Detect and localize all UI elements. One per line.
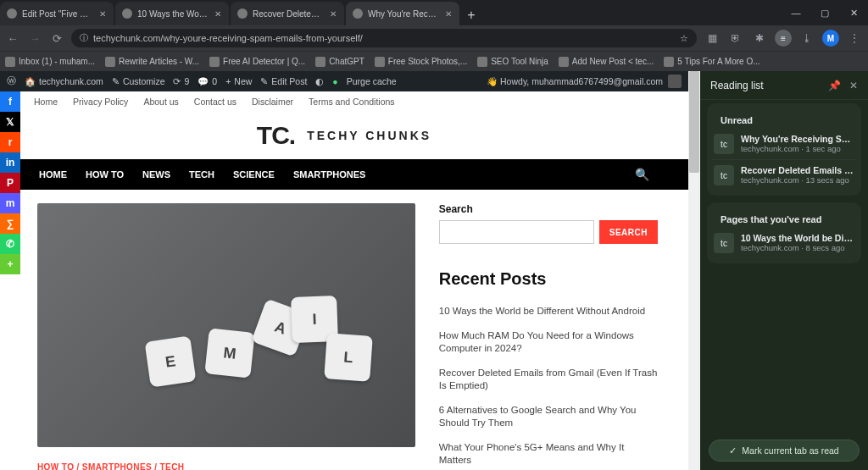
mainnav-link[interactable]: SMARTPHONES	[293, 169, 366, 180]
extension-icon[interactable]: ▦	[704, 30, 721, 47]
profile-avatar[interactable]: M	[822, 30, 839, 47]
wp-comments[interactable]: 💬 0	[198, 76, 217, 87]
site-info-icon[interactable]: ⓘ	[80, 32, 88, 44]
reading-list-panel: Reading list 📌 ✕ Unread tcWhy You're Rec…	[700, 71, 868, 470]
unread-heading: Unread	[712, 108, 856, 129]
browser-tabstrip: Edit Post "Five Ways To Organi...✕10 Way…	[0, 0, 868, 25]
bookmark-item[interactable]: SEO Tool Ninja	[477, 57, 548, 67]
wp-howdy[interactable]: 👋 Howdy, muhammad6767499@gmail.com	[487, 76, 663, 87]
minimize-button[interactable]: —	[782, 0, 810, 25]
readinglist-title: Recover Deleted Emails from Gmail (Even …	[741, 165, 854, 175]
topnav-link[interactable]: Terms and Conditions	[309, 97, 395, 107]
bookmark-favicon	[5, 57, 15, 67]
bookmark-item[interactable]: Add New Post < tec...	[559, 57, 654, 67]
bookmark-item[interactable]: Rewrite Articles - W...	[105, 57, 199, 67]
recent-posts-list: 10 Ways the World be Different Without A…	[439, 299, 658, 470]
check-icon: ✓	[729, 445, 737, 456]
forward-button[interactable]: →	[27, 30, 42, 46]
maximize-button[interactable]: ▢	[810, 0, 839, 25]
close-tab-icon[interactable]: ✕	[444, 9, 453, 19]
close-tab-icon[interactable]: ✕	[214, 9, 222, 19]
readinglist-item[interactable]: tc10 Ways the World be Different Without…	[712, 228, 856, 258]
share-button[interactable]: ∑	[0, 213, 20, 234]
menu-icon[interactable]: ⋮	[846, 30, 863, 47]
browser-tab[interactable]: Edit Post "Five Ways To Organi...✕	[0, 2, 114, 25]
search-input[interactable]	[439, 220, 594, 244]
mainnav-link[interactable]: NEWS	[142, 169, 170, 180]
browser-tab[interactable]: Why You're Receiving Spam Em...✕	[346, 2, 459, 25]
topnav-link[interactable]: About us	[143, 97, 178, 107]
site-logo[interactable]: TC.	[257, 121, 295, 150]
reload-button[interactable]: ⟳	[49, 30, 64, 46]
mark-as-read-button[interactable]: ✓ Mark current tab as read	[709, 440, 860, 462]
browser-toolbar: ← → ⟳ ⓘ techychunk.com/why-youre-receivi…	[0, 25, 868, 51]
site-brand-text: TECHY CHUNKS	[307, 129, 431, 142]
readinglist-title: 10 Ways the World be Different Without A…	[741, 233, 854, 243]
readinglist-icon[interactable]: ≡	[775, 30, 792, 47]
close-tab-icon[interactable]: ✕	[98, 9, 107, 19]
wp-updates[interactable]: ⟳ 9	[173, 76, 189, 86]
topnav-link[interactable]: Privacy Policy	[73, 97, 128, 107]
pin-icon[interactable]: 📌	[828, 80, 841, 91]
browser-tab[interactable]: Recover Deleted Emails from G...✕	[231, 2, 344, 25]
recent-post-link[interactable]: 10 Ways the World be Different Without A…	[439, 299, 658, 323]
share-button[interactable]: m	[0, 193, 20, 213]
recent-post-link[interactable]: How Much RAM Do You Need for a Windows C…	[439, 323, 658, 361]
recent-post-link[interactable]: 6 Alternatives to Google Search and Why …	[439, 398, 658, 435]
bookmark-item[interactable]: 5 Tips For A More O...	[664, 57, 760, 67]
wp-customize[interactable]: ✎ Customize	[112, 76, 165, 86]
mainnav-link[interactable]: TECH	[189, 169, 214, 180]
tab-title: 10 Ways the World be Differen...	[137, 9, 209, 19]
scrollbar-thumb[interactable]	[689, 71, 699, 173]
share-button[interactable]: P	[0, 173, 20, 193]
recent-post-link[interactable]: Recover Deleted Emails from Gmail (Even …	[439, 361, 658, 398]
breadcrumb[interactable]: HOW TO / SMARTPHONES / TECH	[37, 462, 415, 470]
search-button[interactable]: SEARCH	[599, 220, 658, 244]
wp-new[interactable]: + New	[225, 76, 252, 86]
readinglist-item[interactable]: tcWhy You're Receiving Spam Emails from …	[712, 129, 856, 159]
readinglist-item[interactable]: tcRecover Deleted Emails from Gmail (Eve…	[712, 159, 856, 191]
browser-tab[interactable]: 10 Ways the World be Differen...✕	[115, 2, 229, 25]
share-button[interactable]: in	[0, 152, 20, 173]
topnav-link[interactable]: Contact us	[194, 97, 236, 107]
wp-avatar[interactable]	[668, 75, 682, 88]
site-header: TC. TECHY CHUNKS	[0, 112, 688, 159]
downloads-icon[interactable]: ⭳	[798, 30, 815, 47]
wp-cache-icon[interactable]: ◐	[315, 76, 324, 86]
close-button[interactable]: ✕	[839, 0, 868, 25]
bookmark-item[interactable]: Free Stock Photos,...	[375, 57, 467, 67]
bookmark-item[interactable]: Free AI Detector | Q...	[209, 57, 305, 67]
wp-logo-icon[interactable]: ⓦ	[7, 75, 16, 87]
nav-search-icon[interactable]: 🔍	[635, 168, 649, 181]
address-bar[interactable]: ⓘ techychunk.com/why-youre-receiving-spa…	[71, 29, 697, 47]
newtab-button[interactable]: +	[461, 5, 481, 25]
bookmark-item[interactable]: ChatGPT	[315, 57, 364, 67]
share-button[interactable]: ✆	[0, 234, 20, 254]
bookmark-favicon	[315, 57, 326, 67]
recent-post-link[interactable]: What Your Phone's 5G+ Means and Why It M…	[439, 435, 658, 470]
share-button[interactable]: 𝕏	[0, 112, 20, 132]
readinglist-meta: techychunk.com · 1 sec ago	[741, 144, 854, 153]
share-button[interactable]: +	[0, 254, 20, 274]
topnav-link[interactable]: Disclaimer	[252, 97, 293, 107]
extensions-puzzle-icon[interactable]: ✱	[751, 30, 768, 47]
mainnav-link[interactable]: HOW TO	[86, 169, 124, 180]
bookmark-star-icon[interactable]: ☆	[680, 33, 688, 44]
mainnav-link[interactable]: SCIENCE	[233, 169, 275, 180]
shield-icon[interactable]: ⛨	[727, 30, 744, 47]
close-tab-icon[interactable]: ✕	[329, 9, 337, 19]
bookmark-item[interactable]: Inbox (1) - muham...	[5, 57, 95, 67]
wp-edit-post[interactable]: ✎ Edit Post	[260, 76, 307, 86]
back-button[interactable]: ←	[5, 30, 20, 46]
vertical-scrollbar[interactable]	[688, 71, 700, 470]
wp-site-link[interactable]: 🏠 techychunk.com	[25, 76, 103, 87]
readinglist-title: Why You're Receiving Spam Emails from Yo…	[741, 134, 854, 144]
bookmarks-bar: Inbox (1) - muham...Rewrite Articles - W…	[0, 51, 868, 71]
share-button[interactable]: r	[0, 132, 20, 152]
wp-perf-icon[interactable]: ●	[332, 76, 337, 86]
topnav-link[interactable]: Home	[34, 97, 58, 107]
wp-purge-cache[interactable]: Purge cache	[347, 76, 397, 86]
close-panel-icon[interactable]: ✕	[849, 80, 858, 91]
share-button[interactable]: f	[0, 91, 20, 112]
mainnav-link[interactable]: HOME	[39, 169, 67, 180]
